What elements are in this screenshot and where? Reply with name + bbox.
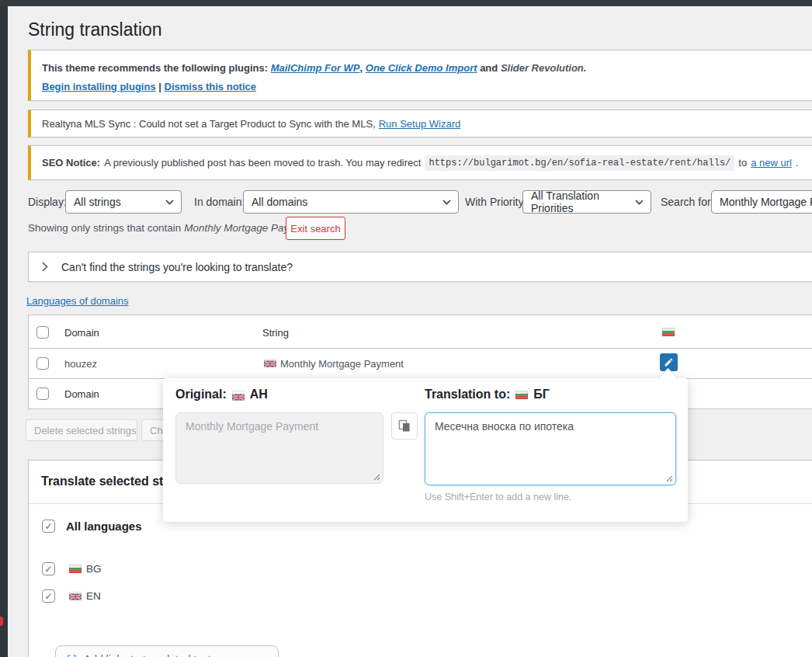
- to-text: to: [738, 157, 747, 169]
- realtyna-notice: Realtyna MLS Sync : Could not set a Targ…: [28, 110, 812, 137]
- domain-column-header: Domain: [64, 327, 99, 339]
- with-priority-label: With Priority:: [465, 196, 526, 208]
- plugin-name-slider-revolution: Slider Revolution.: [501, 62, 587, 74]
- divider: |: [158, 81, 161, 92]
- chevron-down-icon: [635, 200, 644, 205]
- string-translation-page: String translation This theme recommends…: [0, 0, 812, 657]
- display-label: Display:: [28, 196, 67, 208]
- original-textarea-wrap: Monthly Mortgage Payment: [175, 412, 383, 484]
- theme-plugins-notice: This theme recommends the following plug…: [28, 50, 812, 101]
- chevron-down-icon: [165, 200, 174, 205]
- translation-textarea-wrap: Месечна вноска по ипотека: [425, 412, 676, 485]
- chevron-down-icon: [442, 200, 451, 205]
- page-title: String translation: [28, 19, 162, 40]
- display-select-value: All strings: [74, 196, 121, 208]
- seo-notice-text: A previously published post has been mov…: [104, 157, 421, 169]
- chevron-right-icon: [42, 262, 48, 272]
- uk-flag-icon: [264, 359, 276, 367]
- table-row: houzez Monthly Mortgage Payment: [28, 349, 812, 379]
- bulgarian-flag-icon: [662, 328, 675, 336]
- search-status-prefix: Showing only strings that contain: [28, 222, 181, 234]
- seo-notice-label: SEO Notice:: [42, 157, 100, 169]
- and-text: and: [477, 62, 501, 74]
- priority-select-value: All Translation Priorities: [531, 189, 629, 214]
- notice-intro: This theme recommends the following plug…: [42, 62, 268, 74]
- uk-flag-icon: [232, 391, 245, 399]
- translation-label-group: Translation to: БГ: [425, 388, 550, 402]
- original-language-code: АН: [250, 388, 268, 402]
- translation-textarea[interactable]: Месечна вноска по ипотека: [425, 412, 676, 485]
- run-setup-wizard-link[interactable]: Run Setup Wizard: [379, 118, 461, 130]
- partially-visible-bottom-button[interactable]: { } Add links to translated texts: [55, 645, 279, 657]
- original-label: Original:: [175, 388, 227, 402]
- display-select[interactable]: All strings: [65, 190, 182, 214]
- update-count-badge: [0, 617, 3, 626]
- new-url-link[interactable]: a new url: [751, 157, 792, 169]
- accordion-label: Can't find the strings you're looking to…: [61, 261, 293, 273]
- copy-original-button[interactable]: [391, 412, 418, 440]
- search-for-label: Search for:: [661, 196, 713, 208]
- domain-footer-header: Domain: [64, 388, 99, 400]
- original-textarea[interactable]: Monthly Mortgage Payment: [175, 412, 383, 484]
- realtyna-text: Realtyna MLS Sync : Could not set a Targ…: [42, 118, 376, 130]
- braces-icon: { }: [66, 653, 78, 657]
- language-en-label: EN: [86, 590, 101, 602]
- select-all-checkbox-footer[interactable]: [36, 388, 49, 400]
- exit-search-button[interactable]: Exit search: [286, 217, 345, 240]
- uk-flag-icon: [69, 592, 82, 600]
- delete-selected-strings-button[interactable]: Delete selected strings: [26, 419, 137, 441]
- admin-top-bar: [0, 0, 812, 6]
- search-status-text: Showing only strings that contain Monthl…: [28, 222, 312, 234]
- resize-handle-icon[interactable]: [666, 475, 673, 482]
- seo-notice: SEO Notice: A previously published post …: [28, 145, 812, 180]
- original-label-group: Original: АН: [175, 388, 268, 402]
- priority-select[interactable]: All Translation Priorities: [522, 190, 651, 214]
- language-bg-checkbox[interactable]: [42, 562, 55, 575]
- cant-find-strings-accordion[interactable]: Can't find the strings you're looking to…: [28, 252, 812, 282]
- admin-sidebar-collapsed[interactable]: [0, 6, 8, 657]
- row-domain: houzez: [64, 358, 97, 370]
- separator: ,: [360, 62, 366, 74]
- bulgarian-flag-icon: [515, 391, 528, 399]
- plugin-link-mailchimp[interactable]: MailChimp For WP: [271, 62, 360, 74]
- shift-enter-hint: Use Shift+Enter to add a new line.: [425, 492, 571, 502]
- begin-installing-plugins-link[interactable]: Begin installing plugins: [42, 81, 156, 92]
- bottom-button-label: Add links to translated texts: [84, 653, 217, 657]
- select-all-checkbox[interactable]: [36, 326, 49, 339]
- string-column-header: String: [262, 327, 289, 339]
- translation-language-code: БГ: [533, 388, 550, 402]
- redirect-url-code: https://bulgarimot.bg/en/sofia-real-esta…: [425, 155, 734, 171]
- domain-select[interactable]: All domains: [243, 190, 459, 214]
- resize-handle-icon[interactable]: [373, 474, 380, 481]
- row-string: Monthly Mortgage Payment: [280, 358, 404, 370]
- all-languages-checkbox[interactable]: [42, 520, 55, 533]
- notice-actions-line: Begin installing plugins | Dismiss this …: [42, 78, 812, 96]
- plugin-link-demo-import[interactable]: One Click Demo Import: [366, 62, 477, 74]
- bulgarian-flag-icon: [69, 565, 82, 573]
- language-en-checkbox[interactable]: [42, 589, 55, 603]
- search-input[interactable]: [711, 190, 812, 214]
- in-domain-label: In domain:: [194, 196, 245, 208]
- languages-of-domains-link[interactable]: Languages of domains: [26, 295, 129, 307]
- domain-select-value: All domains: [252, 196, 307, 208]
- language-bg-label: BG: [86, 563, 102, 575]
- period: .: [796, 157, 799, 169]
- row-checkbox[interactable]: [36, 357, 49, 370]
- notice-text-line: This theme recommends the following plug…: [42, 59, 812, 78]
- translation-popup: Original: АН Monthly Mortgage Payment Tr…: [163, 378, 688, 522]
- copy-icon: [398, 419, 411, 433]
- all-languages-label: All languages: [66, 520, 142, 533]
- pencil-icon: [664, 357, 674, 367]
- dismiss-notice-link[interactable]: Dismiss this notice: [165, 81, 256, 92]
- translation-to-label: Translation to:: [425, 388, 510, 402]
- table-header-row: Domain String: [28, 315, 812, 349]
